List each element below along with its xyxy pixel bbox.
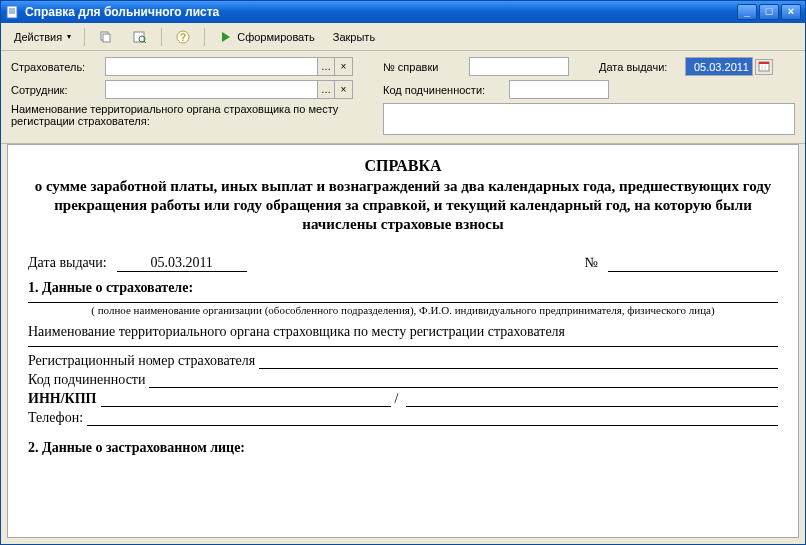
svg-marker-11 bbox=[222, 32, 230, 42]
doc-subtitle: о сумме заработной платы, иных выплат и … bbox=[28, 177, 778, 233]
find-button[interactable] bbox=[125, 26, 155, 48]
ref-no-input[interactable] bbox=[469, 57, 569, 76]
ellipsis-button[interactable]: … bbox=[317, 80, 335, 99]
doc-date-number-line: Дата выдачи: 05.03.2011 № bbox=[28, 255, 778, 272]
clear-button[interactable]: × bbox=[335, 57, 353, 76]
doc-number-label: № bbox=[585, 255, 598, 272]
titlebar: Справка для больничного листа _ □ × bbox=[1, 1, 805, 23]
sub-code-label: Код подчиненности: bbox=[383, 84, 503, 96]
employee-input[interactable] bbox=[105, 80, 317, 99]
copy-button[interactable] bbox=[91, 26, 121, 48]
employee-combo: … × bbox=[105, 80, 353, 99]
territorial-value-line bbox=[28, 346, 778, 347]
calendar-icon bbox=[758, 60, 770, 74]
close-button[interactable]: Закрыть bbox=[326, 26, 382, 48]
reg-no-label: Регистрационный номер страхователя bbox=[28, 353, 255, 369]
svg-rect-13 bbox=[759, 62, 769, 64]
full-name-hint: ( полное наименование организации (обосо… bbox=[28, 304, 778, 316]
window-buttons: _ □ × bbox=[737, 4, 801, 20]
employee-label: Сотрудник: bbox=[11, 84, 99, 96]
help-icon: ? bbox=[175, 29, 191, 45]
doc-sub-code-label: Код подчиненности bbox=[28, 372, 145, 388]
chevron-down-icon: ▾ bbox=[67, 32, 71, 41]
toolbar: Действия ▾ ? Сформировать bbox=[1, 23, 805, 51]
app-icon bbox=[5, 4, 21, 20]
ellipsis-button[interactable]: … bbox=[317, 57, 335, 76]
form-header: Страхователь: … × № справки Дата выдачи: bbox=[1, 51, 805, 144]
issue-date-field bbox=[685, 57, 773, 76]
doc-title: СПРАВКА bbox=[28, 157, 778, 175]
insurer-input[interactable] bbox=[105, 57, 317, 76]
doc-sub-code-value bbox=[149, 372, 778, 388]
calendar-button[interactable] bbox=[755, 59, 773, 75]
insurer-label: Страхователь: bbox=[11, 61, 99, 73]
doc-issue-date-label: Дата выдачи: bbox=[28, 255, 107, 272]
find-icon bbox=[132, 29, 148, 45]
clear-button[interactable]: × bbox=[335, 80, 353, 99]
window-title: Справка для больничного листа bbox=[25, 5, 737, 19]
reg-no-value bbox=[259, 353, 778, 369]
phone-label: Телефон: bbox=[28, 410, 83, 426]
document-preview: СПРАВКА о сумме заработной платы, иных в… bbox=[7, 144, 799, 538]
issue-date-label: Дата выдачи: bbox=[599, 61, 679, 73]
separator bbox=[84, 28, 85, 46]
issue-date-input[interactable] bbox=[685, 57, 753, 76]
actions-menu[interactable]: Действия ▾ bbox=[7, 26, 78, 48]
territorial-text: Наименование территориального органа стр… bbox=[28, 324, 778, 340]
phone-value bbox=[87, 410, 778, 426]
separator bbox=[161, 28, 162, 46]
separator bbox=[204, 28, 205, 46]
maximize-button[interactable]: □ bbox=[759, 4, 779, 20]
svg-line-8 bbox=[144, 41, 146, 43]
copy-icon bbox=[98, 29, 114, 45]
app-window: Справка для больничного листа _ □ × Дейс… bbox=[0, 0, 806, 545]
close-window-button[interactable]: × bbox=[781, 4, 801, 20]
doc-number-value bbox=[608, 255, 778, 272]
inn-kpp-label: ИНН/КПП bbox=[28, 391, 97, 407]
section1-title: 1. Данные о страхователе: bbox=[28, 280, 778, 296]
full-name-line bbox=[28, 302, 778, 303]
sub-code-input[interactable] bbox=[509, 80, 609, 99]
territorial-label: Наименование территориального органа стр… bbox=[11, 103, 353, 127]
play-icon bbox=[218, 29, 234, 45]
kpp-value bbox=[406, 391, 778, 407]
inn-value bbox=[101, 391, 391, 407]
svg-text:?: ? bbox=[180, 32, 186, 43]
doc-issue-date-value: 05.03.2011 bbox=[117, 255, 247, 272]
minimize-button[interactable]: _ bbox=[737, 4, 757, 20]
ref-no-label: № справки bbox=[383, 61, 463, 73]
generate-label: Сформировать bbox=[237, 31, 315, 43]
territorial-input[interactable] bbox=[383, 103, 795, 135]
help-button[interactable]: ? bbox=[168, 26, 198, 48]
close-label: Закрыть bbox=[333, 31, 375, 43]
svg-rect-5 bbox=[103, 34, 110, 42]
insurer-combo: … × bbox=[105, 57, 353, 76]
section2-title: 2. Данные о застрахованном лице: bbox=[28, 440, 778, 456]
svg-rect-0 bbox=[7, 6, 17, 18]
inn-kpp-sep: / bbox=[395, 391, 399, 407]
actions-label: Действия bbox=[14, 31, 62, 43]
generate-button[interactable]: Сформировать bbox=[211, 26, 322, 48]
